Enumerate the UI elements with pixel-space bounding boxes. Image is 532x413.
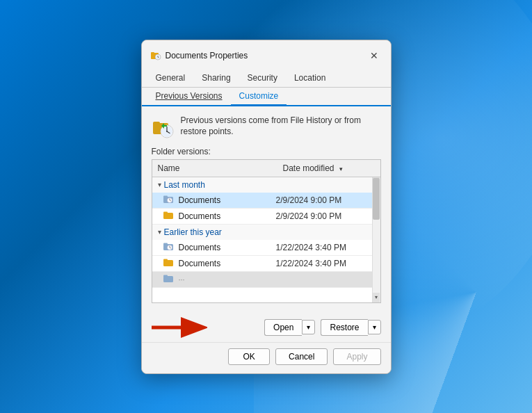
row-name: Documents [179, 211, 276, 221]
svg-rect-20 [163, 211, 168, 213]
restore-dropdown-button[interactable]: ▾ [368, 320, 381, 334]
info-row: Previous versions come from File History… [152, 115, 381, 138]
gray-folder-icon [163, 195, 175, 206]
svg-rect-29 [163, 275, 168, 277]
row-name: ··· [179, 275, 276, 284]
info-text: Previous versions come from File History… [181, 115, 381, 138]
open-dropdown-button[interactable]: ▾ [302, 320, 315, 334]
group-label-earlier-this-year: Earlier this year [164, 227, 222, 237]
folder-versions-label: Folder versions: [152, 147, 381, 156]
title-bar: Documents Properties ✕ [142, 40, 391, 70]
table-row[interactable]: Documents 2/9/2024 9:00 PM [152, 193, 380, 209]
restore-button[interactable]: Restore [321, 319, 367, 336]
close-button[interactable]: ✕ [366, 47, 382, 64]
dialog-title: Documents Properties [166, 51, 248, 60]
restore-split-button: Restore ▾ [321, 319, 380, 336]
tab-customize[interactable]: Customize [231, 88, 287, 106]
tab-location[interactable]: Location [286, 70, 334, 88]
row-name: Documents [179, 243, 276, 252]
tab-previous-versions[interactable]: Previous Versions [147, 88, 231, 106]
gray-folder-icon [163, 274, 175, 285]
col-name-header: Name [152, 162, 277, 175]
row-date: 1/22/2024 3:40 PM [276, 243, 380, 252]
row-name: Documents [179, 259, 276, 268]
table-row[interactable]: Documents 1/22/2024 3:40 PM [152, 256, 380, 272]
row-date: 1/22/2024 3:40 PM [276, 259, 380, 268]
yellow-folder-icon [163, 211, 175, 222]
scrollbar[interactable]: ▴ ▾ [372, 177, 380, 302]
tab-general[interactable]: General [147, 70, 194, 88]
col-date-header: Date modified ▾ [277, 162, 380, 175]
dialog-footer: OK Cancel Apply [142, 342, 391, 373]
cancel-button[interactable]: Cancel [275, 348, 328, 365]
action-row: Open ▾ Restore ▾ [142, 310, 391, 342]
svg-rect-1 [151, 52, 154, 54]
red-arrow-annotation [152, 317, 207, 338]
group-last-month: ▾ Last month [152, 177, 380, 193]
documents-properties-dialog: Documents Properties ✕ General Sharing S… [141, 40, 392, 374]
svg-rect-27 [163, 259, 168, 261]
row-date: 2/9/2024 9:00 PM [276, 211, 380, 221]
row-date: 2/9/2024 9:00 PM [276, 195, 380, 205]
table-row[interactable]: Documents 2/9/2024 9:00 PM [152, 209, 380, 225]
dialog-icon [150, 50, 161, 61]
chevron-icon: ▾ [158, 181, 161, 188]
dialog-body: Previous versions come from File History… [142, 106, 391, 310]
group-earlier-this-year: ▾ Earlier this year [152, 225, 380, 240]
chevron-icon: ▾ [158, 228, 161, 236]
table-row[interactable]: ··· [152, 272, 380, 288]
action-buttons: Open ▾ Restore ▾ [264, 319, 380, 336]
table-row[interactable]: Documents 1/22/2024 3:40 PM [152, 240, 380, 256]
versions-list[interactable]: ▾ Last month Documents [152, 177, 380, 302]
yellow-folder-icon [163, 258, 175, 269]
svg-rect-22 [163, 243, 168, 245]
open-split-button: Open ▾ [264, 319, 315, 336]
gray-folder-icon [163, 242, 175, 253]
versions-table: Name Date modified ▾ ▾ Last month [152, 159, 381, 303]
scrollbar-thumb[interactable] [373, 178, 380, 220]
history-icon [152, 116, 174, 138]
table-header: Name Date modified ▾ [152, 160, 380, 177]
svg-rect-15 [163, 195, 168, 197]
tab-security[interactable]: Security [239, 70, 286, 88]
group-label-last-month: Last month [164, 180, 205, 190]
tabs-row-1: General Sharing Security Location [142, 70, 391, 88]
row-name: Documents [179, 195, 276, 205]
open-button[interactable]: Open [264, 319, 302, 336]
svg-rect-7 [153, 122, 160, 125]
ok-button[interactable]: OK [228, 348, 270, 365]
tabs-row-2: Previous Versions Customize [142, 88, 391, 106]
tab-sharing[interactable]: Sharing [193, 70, 239, 88]
apply-button[interactable]: Apply [333, 348, 380, 365]
scroll-down-arrow[interactable]: ▾ [373, 293, 380, 302]
